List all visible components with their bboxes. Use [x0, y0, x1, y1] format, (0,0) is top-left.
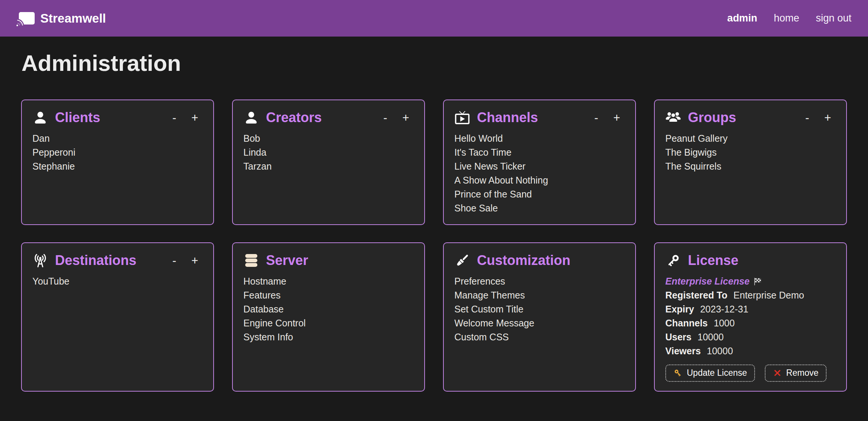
destinations-list: YouTube: [32, 274, 203, 288]
field-label: Expiry: [665, 302, 694, 316]
list-item[interactable]: A Show About Nothing: [454, 173, 625, 187]
list-item[interactable]: Linda: [243, 145, 414, 159]
list-item[interactable]: Tarzan: [243, 159, 414, 173]
license-field-channels: Channels 1000: [665, 316, 836, 330]
list-item[interactable]: Live News Ticker: [454, 159, 625, 173]
list-item[interactable]: The Squirrels: [665, 159, 836, 173]
channels-list: Hello WorldIt's Taco TimeLive News Ticke…: [454, 132, 625, 215]
license-field-expiry: Expiry 2023-12-31: [665, 302, 836, 316]
license-field-registered-to: Registered To Enterprise Demo: [665, 288, 836, 302]
card-title: Customization: [477, 251, 570, 269]
field-value: 10000: [698, 330, 724, 344]
license-field-viewers: Viewers 10000: [665, 344, 836, 358]
server-list: HostnameFeaturesDatabaseEngine ControlSy…: [243, 274, 414, 344]
remove-group-button[interactable]: -: [805, 112, 809, 124]
red-x-icon: [773, 368, 782, 378]
list-item[interactable]: It's Taco Time: [454, 145, 625, 159]
license-type: Enterprise License: [665, 274, 836, 288]
list-item[interactable]: Welcome Message: [454, 316, 625, 330]
remove-destination-button[interactable]: -: [173, 255, 176, 266]
card-groups: Groups - + Peanut GalleryThe BigwigsThe …: [654, 100, 847, 225]
remove-client-button[interactable]: -: [173, 112, 176, 124]
list-item[interactable]: Database: [243, 302, 414, 316]
card-title: Server: [266, 251, 308, 269]
brand-name: Streamwell: [40, 11, 106, 26]
admin-cards-grid: Clients - + DanPepperoniStephanie Creato…: [21, 100, 847, 392]
add-group-button[interactable]: +: [824, 112, 831, 124]
card-title: Creators: [266, 109, 322, 127]
card-title: Groups: [688, 109, 736, 127]
nav-sign-out[interactable]: sign out: [816, 12, 851, 24]
list-item[interactable]: Dan: [32, 132, 203, 145]
add-channel-button[interactable]: +: [613, 112, 620, 124]
customization-list: PreferencesManage ThemesSet Custom Title…: [454, 274, 625, 344]
cast-logo-icon: [16, 10, 35, 27]
add-creator-button[interactable]: +: [402, 112, 409, 124]
list-item[interactable]: Peanut Gallery: [665, 132, 836, 145]
list-item[interactable]: Manage Themes: [454, 288, 625, 302]
card-title: License: [688, 251, 738, 269]
card-license: License Enterprise License Registered: [654, 242, 847, 392]
add-client-button[interactable]: +: [191, 112, 198, 124]
card-title: Clients: [55, 109, 100, 127]
field-label: Viewers: [665, 344, 701, 358]
list-item[interactable]: Pepperoni: [32, 145, 203, 159]
nav-admin[interactable]: admin: [727, 12, 757, 24]
list-item[interactable]: Preferences: [454, 274, 625, 288]
field-label: Users: [665, 330, 692, 344]
database-icon: [243, 253, 259, 268]
nav-home[interactable]: home: [774, 12, 799, 24]
update-license-button[interactable]: Update License: [665, 364, 755, 382]
page-title: Administration: [21, 50, 868, 76]
list-item[interactable]: Custom CSS: [454, 330, 625, 344]
field-value: 1000: [714, 316, 735, 330]
list-item[interactable]: Engine Control: [243, 316, 414, 330]
list-item[interactable]: Hostname: [243, 274, 414, 288]
card-channels: Channels - + Hello WorldIt's Taco TimeLi…: [443, 100, 636, 225]
clients-list: DanPepperoniStephanie: [32, 132, 203, 173]
list-item[interactable]: YouTube: [32, 274, 203, 288]
list-item[interactable]: Prince of the Sand: [454, 187, 625, 201]
license-buttons: Update License Remove: [665, 364, 836, 382]
card-clients: Clients - + DanPepperoniStephanie: [21, 100, 214, 225]
group-icon: [665, 110, 681, 126]
card-creators: Creators - + BobLindaTarzan: [232, 100, 425, 225]
top-nav: admin home sign out: [727, 12, 851, 24]
list-item[interactable]: System Info: [243, 330, 414, 344]
license-field-users: Users 10000: [665, 330, 836, 344]
key-icon: [665, 253, 681, 268]
license-type-label: Enterprise License: [665, 274, 750, 288]
list-item[interactable]: Bob: [243, 132, 414, 145]
brand-link[interactable]: Streamwell: [16, 10, 106, 27]
remove-license-button[interactable]: Remove: [765, 364, 827, 382]
person-icon: [32, 110, 48, 126]
topbar: Streamwell admin home sign out: [0, 0, 868, 37]
card-destinations: Destinations - + YouTube: [21, 242, 214, 392]
list-item[interactable]: Stephanie: [32, 159, 203, 173]
card-title: Channels: [477, 109, 538, 127]
card-customization: Customization PreferencesManage ThemesSe…: [443, 242, 636, 392]
field-value: Enterprise Demo: [734, 288, 804, 302]
gold-key-icon: [673, 368, 683, 378]
field-value: 10000: [707, 344, 733, 358]
remove-creator-button[interactable]: -: [384, 112, 387, 124]
field-value: 2023-12-31: [700, 302, 748, 316]
creators-list: BobLindaTarzan: [243, 132, 414, 173]
list-item[interactable]: Hello World: [454, 132, 625, 145]
card-title: Destinations: [55, 251, 136, 269]
person-icon: [243, 110, 259, 126]
checkered-flag-icon: [753, 277, 762, 286]
list-item[interactable]: The Bigwigs: [665, 145, 836, 159]
field-label: Registered To: [665, 288, 727, 302]
list-item[interactable]: Shoe Sale: [454, 201, 625, 215]
card-server: Server HostnameFeaturesDatabaseEngine Co…: [232, 242, 425, 392]
remove-channel-button[interactable]: -: [594, 112, 598, 124]
paintbrush-icon: [454, 253, 470, 268]
field-label: Channels: [665, 316, 708, 330]
groups-list: Peanut GalleryThe BigwigsThe Squirrels: [665, 132, 836, 173]
broadcast-tower-icon: [32, 253, 48, 268]
list-item[interactable]: Set Custom Title: [454, 302, 625, 316]
add-destination-button[interactable]: +: [191, 255, 198, 266]
list-item[interactable]: Features: [243, 288, 414, 302]
live-tv-icon: [454, 110, 470, 126]
